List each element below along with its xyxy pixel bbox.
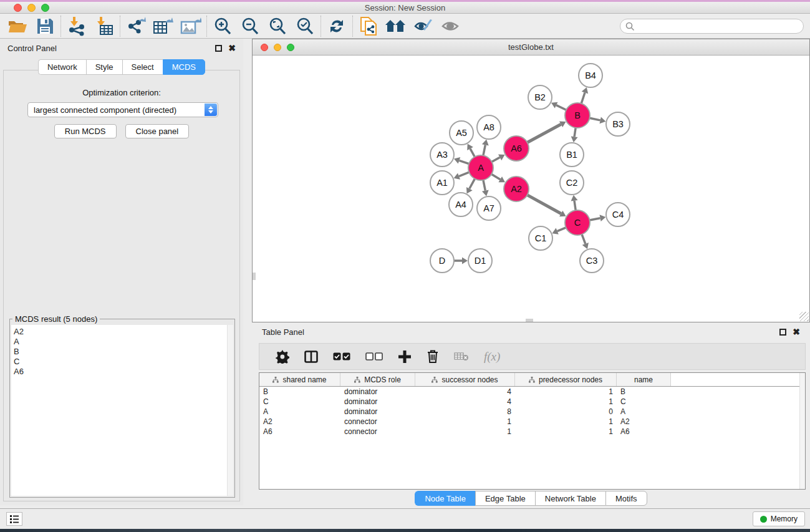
graph-edge-A-A3[interactable] xyxy=(459,160,469,163)
table-row[interactable]: Cdominator41C xyxy=(259,397,805,407)
export-image-icon[interactable] xyxy=(177,14,205,38)
zoom-in-icon[interactable] xyxy=(209,14,236,38)
node-table[interactable]: shared nameMCDS rolesuccessor nodesprede… xyxy=(259,372,806,490)
result-item[interactable]: A6 xyxy=(14,367,227,377)
graph-edge-C-C1[interactable] xyxy=(557,228,566,231)
graph-edge-A-A7[interactable] xyxy=(483,180,485,191)
graph-edge-A-A1[interactable] xyxy=(459,172,469,176)
function-builder-icon[interactable]: f(x) xyxy=(476,345,508,369)
network-canvas[interactable]: AA1A2A3A4A5A6A7A8BB1B2B3B4CC1C2C3C4DD1 xyxy=(253,56,809,322)
column-header-predecessor-nodes[interactable]: predecessor nodes xyxy=(515,373,617,386)
tab-select[interactable]: Select xyxy=(122,59,163,75)
graph-edge-A-A8[interactable] xyxy=(483,145,485,155)
graph-edge-A-A2[interactable] xyxy=(491,174,500,179)
search-input[interactable] xyxy=(635,22,803,31)
graph-edge-B-B1[interactable] xyxy=(574,128,576,137)
show-panels-button[interactable] xyxy=(6,512,22,526)
table-panel-title: Table Panel xyxy=(262,327,304,337)
import-table-icon[interactable] xyxy=(90,14,118,38)
tab-edge-table[interactable]: Edge Table xyxy=(475,491,535,506)
maximize-window-button[interactable] xyxy=(41,4,49,12)
result-item[interactable]: C xyxy=(14,357,227,367)
graph-edge-A6-B[interactable] xyxy=(528,124,561,142)
canvas-horizontal-scroll-thumb[interactable] xyxy=(526,319,533,322)
network-maximize-button[interactable] xyxy=(287,44,294,51)
table-panel: Table Panel ✖ xyxy=(252,322,810,507)
graph-edge-B-B4[interactable] xyxy=(581,93,585,104)
search-field[interactable] xyxy=(620,19,804,34)
toggle-details-icon[interactable] xyxy=(410,14,437,38)
window-resize-grip[interactable] xyxy=(799,312,809,321)
column-header-MCDS-role[interactable]: MCDS role xyxy=(340,373,415,386)
canvas-vertical-scroll-thumb[interactable] xyxy=(253,273,256,280)
run-mcds-button[interactable]: Run MCDS xyxy=(54,124,117,138)
mcds-result-title: MCDS result (5 nodes) xyxy=(12,314,100,324)
delete-column-icon[interactable] xyxy=(419,345,446,369)
save-session-icon[interactable] xyxy=(31,14,59,38)
network-close-button[interactable] xyxy=(261,44,268,51)
criterion-dropdown[interactable]: largest connected component (directed) xyxy=(27,102,218,117)
export-network-icon[interactable] xyxy=(122,14,150,38)
network-minimize-button[interactable] xyxy=(274,44,281,51)
graph-edge-C-C3[interactable] xyxy=(582,235,586,244)
tab-mcds[interactable]: MCDS xyxy=(163,59,205,75)
select-all-checkboxes-icon[interactable] xyxy=(325,345,358,369)
result-item[interactable]: B xyxy=(14,347,227,357)
zoom-fit-icon[interactable] xyxy=(264,14,291,38)
graph-node-label: A3 xyxy=(436,150,448,160)
delete-table-icon[interactable] xyxy=(446,345,476,369)
graph-edge-C-C4[interactable] xyxy=(590,218,600,220)
close-window-button[interactable] xyxy=(14,4,22,12)
float-panel-icon[interactable] xyxy=(215,45,222,52)
column-layout-icon[interactable] xyxy=(297,345,325,369)
tab-node-table[interactable]: Node Table xyxy=(415,491,475,506)
graph-edge-C-C2[interactable] xyxy=(574,201,576,210)
close-table-panel-icon[interactable]: ✖ xyxy=(793,329,800,336)
table-row[interactable]: A2connector11A2 xyxy=(259,417,805,427)
graph-edge-A-A6[interactable] xyxy=(492,157,500,162)
table-row[interactable]: Adominator80A xyxy=(259,407,805,417)
table-row[interactable]: Bdominator41B xyxy=(259,387,805,397)
network-window-titlebar[interactable]: testGlobe.txt xyxy=(253,39,809,56)
table-cell: B xyxy=(617,387,671,396)
deselect-all-checkboxes-icon[interactable] xyxy=(358,345,390,369)
graph-edge-B-B3[interactable] xyxy=(590,118,600,120)
tab-style[interactable]: Style xyxy=(86,59,122,75)
zoom-out-icon[interactable] xyxy=(236,14,264,38)
tab-network-table[interactable]: Network Table xyxy=(535,491,605,506)
graph-edge-A-A5[interactable] xyxy=(470,148,475,157)
mcds-tab-content: Optimization criterion: largest connecte… xyxy=(3,70,240,501)
birdseye-icon[interactable] xyxy=(437,14,465,38)
clone-network-icon[interactable] xyxy=(355,14,382,38)
table-cell: 0 xyxy=(515,407,617,416)
result-item[interactable]: A xyxy=(14,337,227,347)
graph-edge-A2-C[interactable] xyxy=(528,195,561,214)
open-session-icon[interactable] xyxy=(4,14,31,38)
column-header-shared-name[interactable]: shared name xyxy=(259,373,340,386)
mcds-result-list[interactable]: A2ABCA6 xyxy=(11,325,227,496)
column-header-name[interactable]: name xyxy=(617,373,671,386)
add-column-icon[interactable] xyxy=(390,345,419,369)
result-item[interactable]: A2 xyxy=(14,327,227,337)
float-table-panel-icon[interactable] xyxy=(779,329,786,336)
tab-network[interactable]: Network xyxy=(38,59,86,75)
home-view-icon[interactable] xyxy=(382,14,410,38)
result-scrollbar[interactable] xyxy=(227,325,233,496)
column-header-successor-nodes[interactable]: successor nodes xyxy=(415,373,515,386)
graph-edge-B-B2[interactable] xyxy=(556,105,566,110)
table-scrollbar[interactable] xyxy=(799,373,805,489)
tab-motifs[interactable]: Motifs xyxy=(605,491,647,506)
settings-gear-icon[interactable] xyxy=(268,345,297,369)
graph-node-label: C2 xyxy=(566,178,578,188)
close-panel-icon[interactable]: ✖ xyxy=(228,45,236,52)
table-row[interactable]: A6connector11A6 xyxy=(259,427,805,437)
close-panel-button[interactable]: Close panel xyxy=(125,124,190,138)
zoom-selected-icon[interactable] xyxy=(291,14,319,38)
graph-node-label: C3 xyxy=(586,256,598,266)
refresh-layout-icon[interactable] xyxy=(323,14,350,38)
export-table-icon[interactable] xyxy=(150,14,177,38)
minimize-window-button[interactable] xyxy=(27,4,36,12)
import-network-icon[interactable] xyxy=(63,14,90,38)
memory-button[interactable]: Memory xyxy=(753,511,805,526)
graph-edge-A-A4[interactable] xyxy=(470,179,475,189)
